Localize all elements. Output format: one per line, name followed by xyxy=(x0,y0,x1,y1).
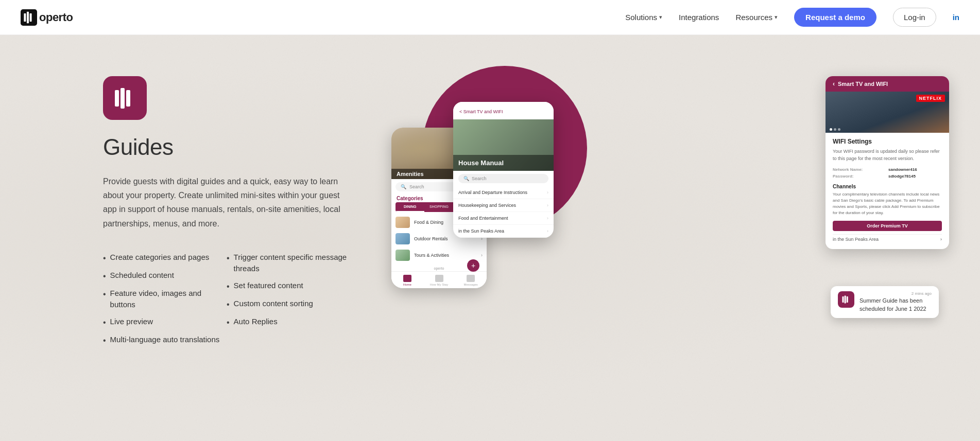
chevron-right-icon: › xyxy=(547,216,548,221)
right-column: Amenities 🔍 Search Categories DINING SHO… xyxy=(391,61,949,359)
left-column: Guides Provide guests with digital guide… xyxy=(103,66,350,349)
wifi-header: ‹ Smart TV and WIFI xyxy=(826,76,949,92)
nav-solutions[interactable]: Solutions ▾ xyxy=(625,13,662,22)
sun-peaks-label: in the Sun Peaks Area xyxy=(833,237,879,242)
page-title: Guides xyxy=(103,134,350,160)
chevron-down-icon: ▾ xyxy=(659,14,662,21)
chevron-right-icon: › xyxy=(481,253,483,258)
media-dot xyxy=(834,128,836,131)
password-value: sdlodge78145 xyxy=(888,174,942,179)
media-controls xyxy=(826,128,949,131)
wifi-content: WIFI Settings Your WIFI password is upda… xyxy=(826,133,949,249)
svg-rect-2 xyxy=(27,11,29,23)
list-item: Scheduled content xyxy=(103,267,227,285)
features-grid: Create categories and pages Scheduled co… xyxy=(103,249,350,349)
svg-rect-5 xyxy=(121,88,125,109)
tab-shopping[interactable]: SHOPPING xyxy=(424,202,453,212)
notification-content: 2 mins ago Summer Guide has been schedul… xyxy=(859,291,932,313)
svg-rect-8 xyxy=(845,296,846,304)
search-icon: 🔍 xyxy=(401,184,406,189)
channels-title: Channels xyxy=(833,184,942,189)
list-item: Custom content sorting xyxy=(227,295,350,313)
wifi-header-title: Smart TV and WIFI xyxy=(838,81,888,87)
list-item: Set featured content xyxy=(227,277,350,295)
back-arrow-icon[interactable]: ‹ xyxy=(833,80,835,87)
list-item: Trigger content specific message threads xyxy=(227,249,350,277)
main-content: Guides Provide guests with digital guide… xyxy=(0,35,980,441)
wifi-section-title: WIFI Settings xyxy=(833,138,942,145)
list-item: Feature video, images and buttons xyxy=(103,285,227,313)
wifi-description: Your WIFI password is updated daily so p… xyxy=(833,148,942,162)
media-dots xyxy=(830,128,840,131)
stay-icon xyxy=(435,275,443,282)
page-description: Provide guests with digital guides and a… xyxy=(103,174,350,231)
wifi-credentials: Network Name: sandowner416 Password: sdl… xyxy=(833,167,942,179)
chevron-right-icon: › xyxy=(547,203,548,208)
nav-label: How My Stay xyxy=(430,283,448,286)
svg-rect-6 xyxy=(126,90,130,107)
chevron-right-icon: › xyxy=(547,228,548,234)
item-thumbnail xyxy=(396,250,410,261)
features-right: Trigger content specific message threads… xyxy=(227,249,350,349)
notification-card: 2 mins ago Summer Guide has been schedul… xyxy=(831,286,939,318)
notification-time: 2 mins ago xyxy=(859,291,932,296)
chevron-right-icon: › xyxy=(547,190,548,195)
media-dot xyxy=(838,128,840,131)
list-item: Live preview xyxy=(103,313,227,331)
svg-rect-3 xyxy=(30,13,32,22)
nav-label: Home xyxy=(403,283,411,286)
nav-home[interactable]: Home xyxy=(391,275,423,286)
nav-links: Solutions ▾ Integrations Resources ▾ Req… xyxy=(625,8,959,27)
hm-hero: House Manual xyxy=(453,119,554,171)
svg-rect-4 xyxy=(115,90,119,107)
hm-title: House Manual xyxy=(453,155,554,171)
notification-text: Summer Guide has been scheduled for June… xyxy=(859,297,932,313)
hm-list-item[interactable]: Housekeeping and Services › xyxy=(453,199,554,212)
nav-resources[interactable]: Resources ▾ xyxy=(735,13,778,22)
nav-messages[interactable]: Messages xyxy=(455,275,487,286)
nav-integrations[interactable]: Integrations xyxy=(679,13,719,22)
hm-back-link[interactable]: < Smart TV and WIFI xyxy=(459,109,503,114)
wifi-media-area: NETFLIX xyxy=(826,92,949,133)
wifi-card-mockup: ‹ Smart TV and WIFI NETFLIX WIFI Setting… xyxy=(826,76,949,249)
hm-header: < Smart TV and WIFI xyxy=(453,102,554,119)
fab-button[interactable]: + xyxy=(467,259,479,272)
password-label: Password: xyxy=(833,174,886,179)
notification-icon xyxy=(838,291,854,308)
tab-dining[interactable]: DINING xyxy=(396,202,424,212)
linkedin-icon[interactable]: in xyxy=(953,13,959,22)
sun-peaks-row: in the Sun Peaks Area › xyxy=(833,234,942,244)
logo[interactable]: operto xyxy=(21,9,73,26)
list-item: Create categories and pages xyxy=(103,249,227,267)
network-name-label: Network Name: xyxy=(833,167,886,172)
hm-list-item[interactable]: in the Sun Peaks Area › xyxy=(453,225,554,238)
media-dot xyxy=(830,128,832,131)
network-name-value: sandowner416 xyxy=(888,167,942,172)
svg-rect-1 xyxy=(24,13,26,22)
hm-search-bar[interactable]: 🔍 Search xyxy=(458,174,548,183)
phone-footer: operto Home How My Stay Messages xyxy=(391,266,487,288)
logo-text: operto xyxy=(39,11,73,24)
hm-item-label: Arrival and Departure Instructions xyxy=(458,190,544,195)
request-demo-button[interactable]: Request a demo xyxy=(794,8,876,27)
nav-my-stay[interactable]: How My Stay xyxy=(423,275,455,286)
navbar: operto Solutions ▾ Integrations Resource… xyxy=(0,0,980,35)
svg-rect-9 xyxy=(847,296,848,303)
list-item: Multi-language auto translations xyxy=(103,331,227,349)
premium-tv-button[interactable]: Order Premium TV xyxy=(833,221,942,231)
home-icon xyxy=(403,275,411,282)
chevron-right-icon: › xyxy=(940,237,942,242)
chevron-down-icon-2: ▾ xyxy=(775,14,778,21)
login-button[interactable]: Log-in xyxy=(893,8,936,27)
hm-list-item[interactable]: Arrival and Departure Instructions › xyxy=(453,186,554,199)
logo-icon xyxy=(21,9,37,26)
hm-item-label: in the Sun Peaks Area xyxy=(458,228,544,234)
search-icon: 🔍 xyxy=(463,176,469,181)
house-manual-phone-mockup: < Smart TV and WIFI House Manual 🔍 Searc… xyxy=(453,102,554,238)
hm-list-item[interactable]: Food and Entertainment › xyxy=(453,212,554,225)
hm-item-label: Food and Entertainment xyxy=(458,216,544,221)
guides-notification-icon xyxy=(841,295,851,304)
guides-icon xyxy=(113,86,137,111)
hm-item-label: Housekeeping and Services xyxy=(458,203,544,208)
item-thumbnail xyxy=(396,233,410,244)
